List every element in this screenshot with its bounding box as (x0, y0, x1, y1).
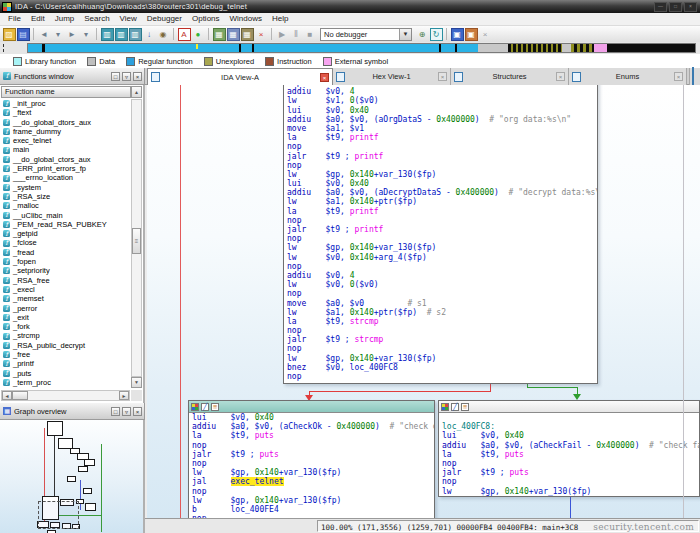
asm-line[interactable]: nop (189, 441, 434, 450)
clear-graph-icon[interactable]: × (255, 28, 268, 41)
jump-function-icon[interactable]: ▥ (129, 28, 142, 41)
asm-line[interactable]: nop (284, 234, 597, 243)
asm-line[interactable]: addiu $a0, $v0, (aDecryptDataS - 0x40000… (284, 188, 597, 197)
tab-structures[interactable]: Structures× (451, 68, 569, 85)
asm-line[interactable]: move $a1, $v1 (284, 124, 597, 133)
title-bar[interactable]: IDA - C:\Users\caihhuang\Downloads\380ro… (0, 0, 700, 13)
asm-line[interactable]: move $a0, $v0 # s1 (284, 299, 597, 308)
asm-line[interactable]: la $t9, printf (284, 133, 597, 142)
scroll-down-icon[interactable]: ▼ (131, 377, 142, 388)
asm-line[interactable]: nop (189, 459, 434, 468)
menu-file[interactable]: File (3, 13, 26, 25)
asm-line[interactable]: lw $gp, 0x140+var_130($fp) (284, 354, 597, 363)
navigation-band[interactable] (0, 42, 700, 54)
function-item-term-proc[interactable]: f_term_proc (1, 378, 131, 387)
function-item-pem-read-rsa-pubkey[interactable]: f_PEM_read_RSA_PUBKEY (1, 220, 131, 229)
asm-line[interactable]: b loc_400FE4 (189, 505, 434, 514)
menu-edit[interactable]: Edit (26, 13, 50, 25)
breakpoints-icon[interactable]: ▣ (451, 28, 464, 41)
scrollbar-thumb[interactable] (12, 391, 28, 400)
asm-line[interactable]: jalr $t9 ; puts (189, 450, 434, 459)
tab-enums[interactable]: Enums× (569, 68, 687, 85)
menu-jump[interactable]: Jump (50, 13, 80, 25)
panel-close-icon[interactable]: × (133, 407, 142, 416)
menu-view[interactable]: View (115, 13, 142, 25)
back-dropdown-icon[interactable]: ▾ (52, 28, 65, 41)
functions-window-titlebar[interactable]: f Functions window □ ▿ × (0, 68, 145, 85)
asm-line[interactable]: lw $v1, 0($v0) (284, 96, 597, 105)
scroll-left-icon[interactable]: ◄ (2, 391, 12, 400)
forward-dropdown-icon[interactable]: ▾ (80, 28, 93, 41)
debug-start-icon[interactable]: ▶ (276, 28, 289, 41)
asm-line[interactable]: la $t9, puts (189, 431, 434, 440)
function-item-main[interactable]: fmain (1, 145, 131, 154)
close-button[interactable]: × (684, 2, 697, 12)
overview-viewport[interactable] (38, 501, 79, 529)
function-item-err-print-errors-fp[interactable]: f_ERR_print_errors_fp (1, 164, 131, 173)
graph-overview-titlebar[interactable]: ▦ Graph overview □ ▿ × (0, 403, 145, 420)
function-item-do-global-dtors-aux[interactable]: f__do_global_dtors_aux (1, 118, 131, 127)
asm-line[interactable]: nop (284, 372, 597, 381)
debug-pause-icon[interactable]: Ⅱ (290, 28, 303, 41)
asm-line[interactable]: addiu $v0, 4 (284, 271, 597, 280)
asm-line[interactable]: jalr $t9 ; strcmp (284, 335, 597, 344)
user-graph-icon[interactable]: ▦ (241, 28, 254, 41)
function-item-execl[interactable]: f_execl (1, 285, 131, 294)
functions-vertical-scrollbar[interactable]: ≡ (131, 99, 142, 377)
asm-line[interactable]: lw $gp, 0x140+var_130($fp) (439, 487, 699, 496)
asm-line[interactable]: jalr $t9 ; printf (284, 225, 597, 234)
asm-line[interactable]: nop (189, 487, 434, 496)
function-item-rsa-size[interactable]: f_RSA_size (1, 192, 131, 201)
function-item-fork[interactable]: f_fork (1, 322, 131, 331)
asm-line[interactable]: bnez $v0, loc_400FC8 (284, 363, 597, 372)
minimize-button[interactable]: — (654, 2, 667, 12)
asm-block-check-fail[interactable]: ╱≡ loc_400FC8:lui $v0, 0x40addiu $a0, $v… (438, 400, 700, 497)
menu-windows[interactable]: Windows (225, 13, 267, 25)
partial-tab[interactable] (689, 68, 700, 85)
asm-line[interactable]: lui $v0, 0x40 (284, 179, 597, 188)
scroll-right-icon[interactable]: ► (119, 391, 129, 400)
watches-icon[interactable]: ▣ (465, 28, 478, 41)
asm-line[interactable]: lui $v0, 0x40 (189, 413, 434, 422)
remove-watch-icon[interactable]: × (479, 28, 492, 41)
tab-close-icon[interactable]: × (438, 72, 447, 81)
asm-line[interactable]: la $t9, printf (284, 207, 597, 216)
asm-line[interactable]: jalr $t9 ; printf (284, 152, 597, 161)
asm-line[interactable]: nop (284, 216, 597, 225)
maximize-button[interactable]: □ (669, 2, 682, 12)
save-icon[interactable]: ▤ (17, 28, 30, 41)
node-edit-icon[interactable]: ╱ (451, 403, 459, 411)
ida-view-canvas[interactable]: nopaddiu $v0, 4lw $v1, 0($v0)lui $v0, 0x… (147, 85, 700, 518)
function-item-printf[interactable]: f_printf (1, 359, 131, 368)
asm-block-main[interactable]: nopaddiu $v0, 4lw $v1, 0($v0)lui $v0, 0x… (283, 85, 598, 384)
panel-restore-icon[interactable]: □ (111, 407, 120, 416)
asm-line[interactable]: jal exec_telnet (189, 477, 434, 486)
function-item-fclose[interactable]: f_fclose (1, 238, 131, 247)
function-item-uclibc-main[interactable]: f__uClibc_main (1, 211, 131, 220)
menu-debugger[interactable]: Debugger (142, 13, 187, 25)
node-edit-icon[interactable]: ╱ (201, 403, 209, 411)
asm-line[interactable]: addiu $a0, $v0, (aCheckFail - 0x400000) … (439, 441, 699, 450)
asm-line[interactable]: nop (284, 142, 597, 151)
asm-line[interactable]: jalr $t9 ; puts (439, 468, 699, 477)
call-graph-icon[interactable]: ▦ (213, 28, 226, 41)
menu-options[interactable]: Options (187, 13, 225, 25)
function-item-rsa-public-decrypt[interactable]: f_RSA_public_decrypt (1, 341, 131, 350)
asm-line[interactable]: lui $v0, 0x40 (439, 431, 699, 440)
tab-close-icon[interactable]: × (556, 72, 565, 81)
node-header[interactable]: ╱≡ (439, 401, 699, 413)
functions-horizontal-scrollbar[interactable]: ◄ ► (1, 390, 130, 401)
debug-stop-icon[interactable]: ■ (304, 28, 317, 41)
jump-address-icon[interactable]: ▥ (101, 28, 114, 41)
scrollbar-thumb[interactable]: ≡ (132, 228, 141, 254)
graph-overview-map[interactable] (0, 420, 145, 533)
panel-restore-icon[interactable]: □ (111, 72, 120, 81)
node-group-icon[interactable]: ≡ (211, 403, 219, 411)
node-color-icon[interactable] (191, 403, 199, 411)
function-item-rsa-free[interactable]: f_RSA_free (1, 276, 131, 285)
asm-line[interactable]: lw $gp, 0x140+var_130($fp) (189, 468, 434, 477)
node-group-icon[interactable]: ≡ (461, 403, 469, 411)
asm-line[interactable] (439, 413, 699, 422)
asm-line[interactable]: nop (284, 289, 597, 298)
flowchart-icon[interactable]: A (178, 28, 191, 41)
